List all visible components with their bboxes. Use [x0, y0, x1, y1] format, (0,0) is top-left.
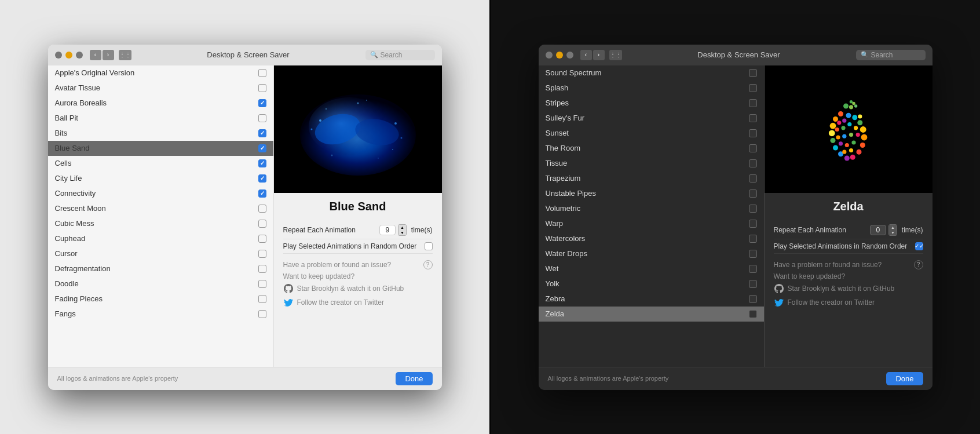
right-list-item[interactable]: Unstable Pipes	[539, 186, 764, 201]
right-stepper-down[interactable]: ▼	[889, 230, 897, 235]
left-twitter-row[interactable]: Follow the creator on Twitter	[283, 296, 433, 309]
right-random-checkbox[interactable]: ✓	[915, 242, 923, 250]
right-list-item[interactable]: Sunset	[539, 126, 764, 141]
left-maximize-button[interactable]	[76, 52, 83, 59]
right-grid-button[interactable]: ⋮⋮	[609, 50, 622, 60]
right-back-button[interactable]: ‹	[580, 50, 592, 60]
right-stepper-arrows[interactable]: ▲ ▼	[888, 224, 897, 236]
left-github-label[interactable]: Star Brooklyn & watch it on GitHub	[297, 285, 404, 293]
left-help-button[interactable]: ?	[423, 260, 433, 269]
right-list-item[interactable]: The Room	[539, 141, 764, 156]
left-list-item[interactable]: Cubic Mess	[48, 216, 273, 231]
right-github-label[interactable]: Star Brooklyn & watch it on GitHub	[788, 285, 895, 293]
right-list-item[interactable]: Sound Spectrum	[539, 65, 764, 81]
left-minimize-button[interactable]	[65, 52, 72, 59]
right-list-item-checkbox[interactable]	[749, 99, 757, 107]
left-list-item-checkbox[interactable]	[258, 189, 266, 198]
right-list-item-checkbox[interactable]	[749, 310, 757, 318]
right-list-item[interactable]: Watercolors	[539, 231, 764, 246]
left-list-item[interactable]: Defragmentation	[48, 261, 273, 276]
left-github-row[interactable]: Star Brooklyn & watch it on GitHub	[283, 282, 433, 296]
left-list-item[interactable]: Crescent Moon	[48, 201, 273, 216]
right-list-item-checkbox[interactable]	[749, 265, 757, 273]
right-done-button[interactable]: Done	[886, 372, 923, 385]
right-list-item-checkbox[interactable]	[749, 144, 757, 152]
right-list-item-checkbox[interactable]	[749, 159, 757, 167]
left-list-item-checkbox[interactable]	[258, 159, 266, 167]
right-list-item[interactable]: Tissue	[539, 156, 764, 171]
left-list-item-checkbox[interactable]	[258, 220, 266, 228]
left-twitter-label[interactable]: Follow the creator on Twitter	[297, 298, 385, 307]
right-list-item-checkbox[interactable]	[749, 220, 757, 228]
right-list-item-checkbox[interactable]	[749, 235, 757, 243]
right-list-item-checkbox[interactable]	[749, 189, 757, 198]
left-list-item-checkbox[interactable]	[258, 174, 266, 183]
left-list-item[interactable]: Cells	[48, 156, 273, 171]
right-list-item-checkbox[interactable]	[749, 250, 757, 258]
right-stepper[interactable]: 0 ▲ ▼ time(s)	[870, 224, 923, 236]
right-list-item[interactable]: Sulley's Fur	[539, 111, 764, 126]
left-list-item-checkbox[interactable]	[258, 144, 266, 152]
left-list-item[interactable]: Avatar Tissue	[48, 81, 273, 96]
left-list-item[interactable]: Fangs	[48, 307, 273, 322]
right-list-item-checkbox[interactable]	[749, 280, 757, 288]
left-list-item-checkbox[interactable]	[258, 295, 266, 303]
right-list-item[interactable]: Trapezium	[539, 171, 764, 186]
left-list-item-checkbox[interactable]	[258, 235, 266, 243]
right-minimize-button[interactable]	[556, 52, 563, 59]
left-list-item[interactable]: Cursor	[48, 246, 273, 261]
right-list-item[interactable]: Yolk	[539, 276, 764, 291]
right-list-item-checkbox[interactable]	[749, 129, 757, 137]
right-list-item[interactable]: Water Drops	[539, 246, 764, 261]
left-close-button[interactable]	[55, 52, 62, 59]
right-stepper-up[interactable]: ▲	[889, 225, 897, 230]
left-list-item[interactable]: Cuphead	[48, 231, 273, 246]
left-random-checkbox[interactable]	[425, 242, 433, 250]
right-list-item[interactable]: Volumetric	[539, 201, 764, 216]
left-list-panel[interactable]: Apple's Original VersionAvatar TissueAur…	[48, 65, 274, 367]
left-stepper-down[interactable]: ▼	[398, 230, 406, 235]
right-list-item[interactable]: Splash	[539, 81, 764, 96]
right-maximize-button[interactable]	[566, 52, 573, 59]
left-list-item-checkbox[interactable]	[258, 69, 266, 77]
right-list-item[interactable]: Stripes	[539, 96, 764, 111]
right-list-panel[interactable]: Sound SpectrumSplashStripesSulley's FurS…	[539, 65, 765, 367]
left-search-box[interactable]: 🔍 Search	[365, 50, 435, 60]
right-list-item-checkbox[interactable]	[749, 114, 757, 122]
left-list-item[interactable]: Doodle	[48, 276, 273, 291]
right-list-item-checkbox[interactable]	[749, 205, 757, 213]
right-github-row[interactable]: Star Brooklyn & watch it on GitHub	[774, 282, 923, 296]
left-list-item-checkbox[interactable]	[258, 280, 266, 288]
left-list-item[interactable]: Ball Pit	[48, 111, 273, 126]
right-search-box[interactable]: 🔍 Search	[856, 50, 926, 60]
left-list-item[interactable]: Fading Pieces	[48, 291, 273, 307]
left-list-item-checkbox[interactable]	[258, 265, 266, 273]
left-list-item-checkbox[interactable]	[258, 99, 266, 107]
right-help-button[interactable]: ?	[914, 260, 923, 269]
left-list-item[interactable]: Aurora Borealis	[48, 96, 273, 111]
left-list-item-checkbox[interactable]	[258, 250, 266, 258]
left-stepper-arrows[interactable]: ▲ ▼	[398, 224, 407, 236]
right-list-item[interactable]: Wet	[539, 261, 764, 276]
right-twitter-row[interactable]: Follow the creator on Twitter	[774, 296, 923, 309]
left-list-item[interactable]: Apple's Original Version	[48, 65, 273, 81]
right-close-button[interactable]	[546, 52, 553, 59]
left-list-item[interactable]: Connectivity	[48, 186, 273, 201]
right-list-item[interactable]: Warp	[539, 216, 764, 231]
left-list-item-checkbox[interactable]	[258, 129, 266, 137]
left-stepper-up[interactable]: ▲	[398, 225, 406, 230]
right-list-item-checkbox[interactable]	[749, 174, 757, 183]
left-list-item-checkbox[interactable]	[258, 205, 266, 213]
left-list-item-checkbox[interactable]	[258, 114, 266, 122]
left-list-item-checkbox[interactable]	[258, 84, 266, 92]
left-forward-button[interactable]: ›	[103, 50, 114, 60]
left-done-button[interactable]: Done	[396, 372, 432, 385]
left-list-item[interactable]: City Life	[48, 171, 273, 186]
right-twitter-label[interactable]: Follow the creator on Twitter	[788, 298, 875, 307]
left-list-item-checkbox[interactable]	[258, 310, 266, 318]
right-list-item[interactable]: Zebra	[539, 291, 764, 307]
left-stepper[interactable]: 9 ▲ ▼ time(s)	[379, 224, 433, 236]
right-list-item-checkbox[interactable]	[749, 69, 757, 77]
left-grid-button[interactable]: ⋮⋮	[119, 50, 131, 60]
left-back-button[interactable]: ‹	[90, 50, 101, 60]
